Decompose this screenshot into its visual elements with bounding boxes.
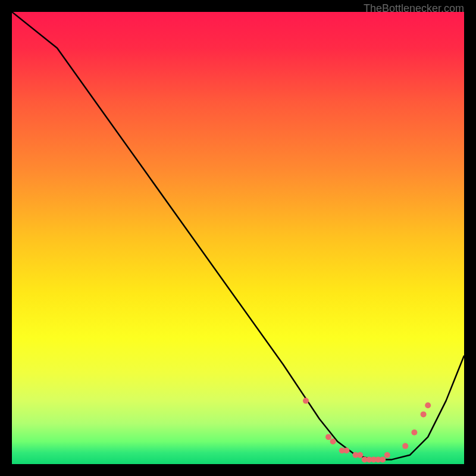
data-marker: [402, 443, 408, 449]
data-marker: [343, 447, 349, 453]
chart-svg: [12, 12, 464, 464]
data-marker: [380, 456, 386, 462]
data-marker: [357, 452, 363, 458]
data-marker: [425, 402, 431, 408]
data-marker: [303, 398, 309, 404]
data-marker: [421, 411, 427, 417]
data-marker: [411, 430, 417, 436]
data-marker: [330, 439, 336, 444]
watermark-label: TheBottlenecker.com: [364, 2, 464, 15]
chart-plot-area: [12, 12, 464, 464]
data-marker: [384, 452, 390, 458]
data-marker: [325, 434, 331, 440]
